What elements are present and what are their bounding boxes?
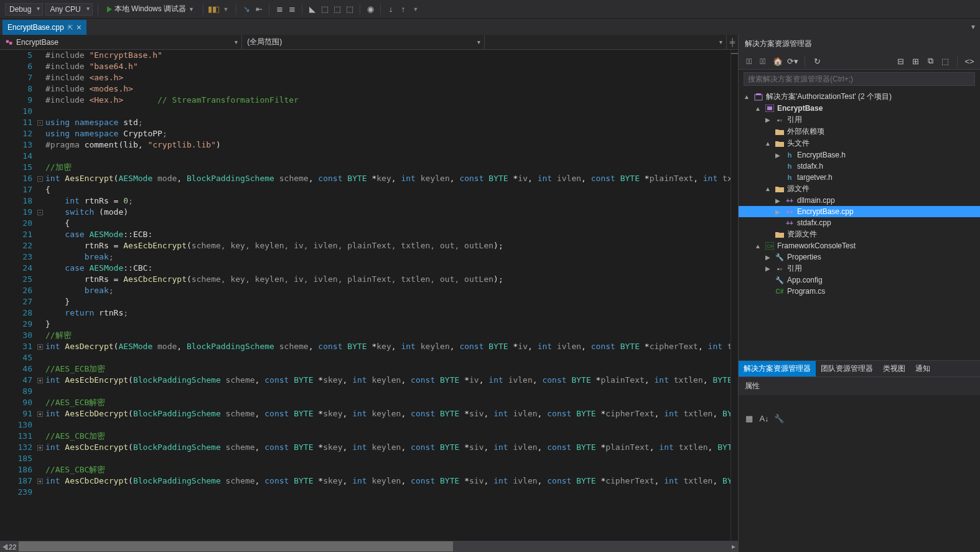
overview-ruler[interactable] (730, 50, 738, 541)
code-line[interactable]: int AesCbcDecrypt(BlockPaddingScheme sch… (45, 475, 730, 487)
code-line[interactable]: //加密 (45, 162, 730, 173)
tree-item[interactable]: ▶▪▫引用 (739, 114, 980, 126)
collapse-all-icon[interactable]: ⊟ (895, 55, 906, 67)
tree-item[interactable]: ▲C#FrameworkConsoleTest (739, 240, 980, 251)
code-line[interactable]: int AesEncrypt(AESMode mode, BlockPaddin… (45, 173, 730, 184)
chevron-down-icon[interactable]: ▼ (411, 4, 421, 14)
code-line[interactable] (45, 352, 730, 363)
properties-combo[interactable] (739, 395, 980, 409)
expand-twisty[interactable]: ▲ (763, 140, 772, 147)
expand-twisty[interactable]: ▶ (763, 254, 772, 261)
code-line[interactable]: //AES_ECB加密 (45, 363, 730, 375)
toolbar-icon[interactable]: ▮◧ (208, 4, 218, 14)
code-line[interactable] (45, 106, 730, 117)
toolbar-icon[interactable]: ⬚ (332, 4, 342, 14)
code-line[interactable]: { (45, 218, 730, 229)
tree-item[interactable]: ▶++EncryptBase.cpp (739, 206, 980, 217)
code-line[interactable]: using namespace CryptoPP; (45, 128, 730, 139)
wrench-icon[interactable]: 🔧 (773, 413, 785, 424)
tree-item[interactable]: ▶++dllmain.cpp (739, 195, 980, 206)
refresh-icon[interactable]: ↻ (811, 55, 823, 67)
code-line[interactable]: #include <aes.h> (45, 72, 730, 83)
tree-item[interactable]: ▶▪▫引用 (739, 263, 980, 274)
expand-twisty[interactable]: ▲ (754, 243, 762, 250)
code-line[interactable]: int rtnRs = 0; (45, 195, 730, 207)
fold-toggle[interactable]: + (37, 475, 43, 487)
code-line[interactable]: } (45, 319, 730, 330)
config-combo[interactable]: Debug (5, 3, 43, 16)
tab-dropdown-icon[interactable]: ▾ (971, 22, 975, 31)
chevron-down-icon[interactable]: ▼ (221, 4, 231, 14)
tree-item[interactable]: ++stdafx.cpp (739, 217, 980, 228)
code-scroll[interactable]: 5678910111213141516171819202122232425262… (0, 50, 730, 541)
code-line[interactable]: case AESMode::CBC: (45, 263, 730, 274)
panel-tab[interactable]: 解决方案资源管理器 (739, 361, 816, 377)
expand-twisty[interactable]: ▲ (742, 93, 751, 100)
tree-item[interactable]: 🔧App.config (739, 274, 980, 286)
fold-toggle[interactable]: - (37, 207, 43, 218)
code-line[interactable]: } (45, 296, 730, 307)
uncomment-icon[interactable]: ≣ (287, 4, 297, 14)
code-line[interactable]: #include <modes.h> (45, 83, 730, 95)
panel-tab[interactable]: 类视图 (878, 361, 910, 377)
fold-toggle[interactable]: + (37, 341, 43, 352)
scroll-thumb[interactable] (19, 541, 453, 551)
solution-search-input[interactable] (744, 72, 975, 86)
code-line[interactable]: return rtnRs; (45, 307, 730, 319)
code-line[interactable]: #include <Hex.h> // StreamTransformation… (45, 95, 730, 106)
code-line[interactable] (45, 487, 730, 498)
start-debug-button[interactable]: 本地 Windows 调试器 ▼ (103, 2, 198, 16)
view-code-icon[interactable]: <> (964, 55, 975, 67)
solution-tree[interactable]: ▲ 解决方案'AuthorizationTest' (2 个项目) ▲Encry… (739, 88, 980, 360)
panel-tab[interactable]: 通知 (910, 361, 935, 377)
code-line[interactable] (45, 419, 730, 431)
fold-toggle[interactable]: - (37, 117, 43, 128)
fold-toggle[interactable]: - (37, 173, 43, 184)
platform-combo[interactable]: Any CPU (45, 3, 92, 16)
preview-icon[interactable]: ⬚ (940, 55, 951, 67)
code-line[interactable]: break; (45, 251, 730, 263)
up-arrow-icon[interactable]: ↑ (398, 4, 408, 14)
code-line[interactable] (45, 453, 730, 464)
tree-item[interactable]: C#Program.cs (739, 286, 980, 297)
expand-twisty[interactable]: ▶ (763, 265, 772, 272)
solution-root[interactable]: ▲ 解决方案'AuthorizationTest' (2 个项目) (739, 91, 980, 103)
tree-item[interactable]: ▲EncryptBase (739, 103, 980, 114)
document-tab[interactable]: EncryptBase.cpp ⇱ × (2, 20, 86, 35)
expand-twisty[interactable]: ▶ (773, 197, 782, 204)
horizontal-scrollbar[interactable]: ◂ ▸ (0, 541, 738, 552)
code-line[interactable]: #include "EncryptBase.h" (45, 50, 730, 61)
split-icon[interactable]: ╪ (727, 35, 738, 49)
show-all-icon[interactable]: ⊞ (910, 55, 921, 67)
step-into-icon[interactable]: ↘ (241, 4, 251, 14)
tree-item[interactable]: ▲源文件 (739, 183, 980, 195)
tree-item[interactable]: 外部依赖项 (739, 126, 980, 138)
pin-icon[interactable]: ⇱ (68, 24, 73, 31)
expand-twisty[interactable]: ▶ (773, 152, 782, 159)
code-line[interactable]: break; (45, 285, 730, 296)
member-nav-combo[interactable] (485, 35, 727, 49)
code-line[interactable]: //AES_CBC加密 (45, 431, 730, 442)
code-line[interactable]: #include "base64.h" (45, 61, 730, 72)
toolbar-icon[interactable]: ⬚ (345, 4, 355, 14)
code-line[interactable]: case AESMode::ECB: (45, 229, 730, 240)
expand-twisty[interactable]: ▲ (763, 185, 772, 192)
fold-toggle[interactable]: + (37, 442, 43, 453)
bookmark-icon[interactable]: ◣ (307, 4, 317, 14)
back-icon[interactable]: ◯⃪ (744, 55, 755, 67)
home-icon[interactable]: 🏠 (772, 55, 783, 67)
code-line[interactable]: #pragma comment(lib, "cryptlib.lib") (45, 139, 730, 151)
close-icon[interactable]: × (77, 22, 82, 32)
code-line[interactable]: int AesEcbDecrypt(BlockPaddingScheme sch… (45, 408, 730, 419)
code-line[interactable]: int AesEcbEncrypt(BlockPaddingScheme sch… (45, 375, 730, 386)
expand-twisty[interactable]: ▶ (773, 208, 782, 215)
code-line[interactable]: int AesCbcEncrypt(BlockPaddingScheme sch… (45, 442, 730, 453)
fold-toggle[interactable]: + (37, 408, 43, 419)
code-line[interactable]: int AesDecrypt(AESMode mode, BlockPaddin… (45, 341, 730, 352)
expand-twisty[interactable]: ▶ (763, 116, 772, 123)
code-line[interactable]: //解密 (45, 330, 730, 341)
down-arrow-icon[interactable]: ↓ (386, 4, 396, 14)
tree-item[interactable]: ▲头文件 (739, 138, 980, 149)
code-line[interactable] (45, 386, 730, 397)
alpha-sort-icon[interactable]: A↓ (758, 413, 770, 424)
